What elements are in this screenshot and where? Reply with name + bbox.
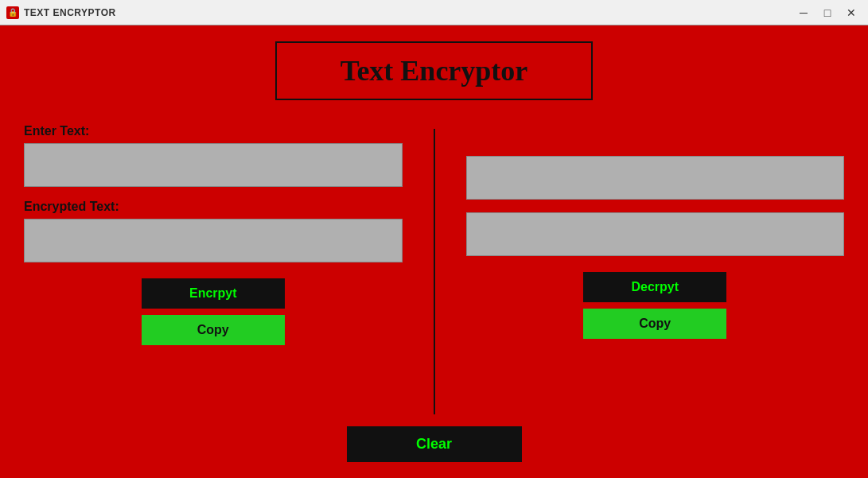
clear-button[interactable]: Clear xyxy=(347,426,522,462)
copy-right-button[interactable]: Copy xyxy=(583,309,726,339)
right-input-bottom[interactable] xyxy=(466,212,845,256)
enter-text-label: Enter Text: xyxy=(24,124,403,138)
app-icon: 🔒 xyxy=(6,6,19,19)
left-panel: Enter Text: Encrypted Text: Encrpyt Copy xyxy=(24,124,434,418)
app-content: Text Encryptor Enter Text: Encrypted Tex… xyxy=(0,25,868,478)
bottom-area: Clear xyxy=(24,426,844,462)
right-buttons: Decrpyt Copy xyxy=(583,272,726,339)
title-box: Text Encryptor xyxy=(275,41,594,100)
main-window: 🔒 TEXT ENCRYPTOR ─ □ ✕ Text Encryptor En… xyxy=(0,0,868,478)
maximize-button[interactable]: □ xyxy=(817,5,838,21)
decrypt-button[interactable]: Decrpyt xyxy=(583,272,726,302)
encrypt-button[interactable]: Encrpyt xyxy=(142,278,285,309)
title-bar: 🔒 TEXT ENCRYPTOR ─ □ ✕ xyxy=(0,0,868,25)
enter-text-group: Enter Text: xyxy=(24,124,403,187)
close-button[interactable]: ✕ xyxy=(841,5,862,21)
enter-text-input[interactable] xyxy=(24,143,403,187)
copy-left-button[interactable]: Copy xyxy=(142,315,285,345)
title-bar-text: TEXT ENCRYPTOR xyxy=(24,7,793,18)
right-panel: Decrpyt Copy xyxy=(434,124,845,418)
title-bar-controls: ─ □ ✕ xyxy=(793,5,862,21)
minimize-button[interactable]: ─ xyxy=(793,5,814,21)
encrypted-text-label: Encrypted Text: xyxy=(24,200,403,214)
encrypted-text-group: Encrypted Text: xyxy=(24,200,403,262)
main-area: Enter Text: Encrypted Text: Encrpyt Copy xyxy=(24,124,844,418)
app-title: Text Encryptor xyxy=(341,54,528,87)
left-buttons: Encrpyt Copy xyxy=(142,278,285,345)
encrypted-text-input[interactable] xyxy=(24,219,403,262)
right-input-top[interactable] xyxy=(466,156,845,200)
